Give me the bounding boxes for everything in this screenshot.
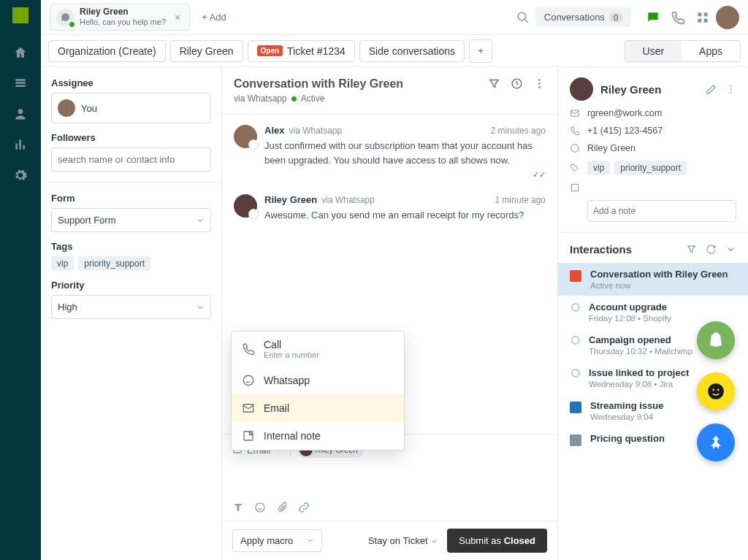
call-icon[interactable] — [671, 10, 685, 25]
stay-label: Stay on Ticket — [368, 535, 428, 546]
svg-point-7 — [538, 83, 540, 84]
delivered-checks-icon: ✓✓ — [533, 170, 546, 180]
svg-rect-4 — [704, 18, 708, 22]
message-item: Alex via Whatsapp 2 minutes ago Just con… — [234, 125, 546, 180]
add-button[interactable]: + Add — [196, 9, 232, 26]
user-avatar[interactable] — [716, 6, 739, 29]
interaction-name: Campaign opened — [589, 334, 692, 345]
conversations-label: Conversations — [544, 12, 605, 23]
brand-logo — [12, 7, 28, 23]
form-select[interactable]: Support Form — [51, 208, 211, 232]
context-panel: Riley Green rgreen@work.com +1 (415) 123… — [558, 67, 748, 560]
whatsapp-icon — [56, 9, 74, 26]
submit-status: Closed — [504, 535, 535, 546]
filter-icon[interactable] — [686, 244, 697, 255]
popup-option-whatsapp[interactable]: Whatsapp — [232, 367, 404, 394]
followers-text-input[interactable] — [58, 154, 205, 165]
svg-rect-2 — [704, 12, 708, 16]
history-icon[interactable] — [511, 77, 523, 90]
interaction-sub: Active now — [590, 281, 728, 290]
svg-point-16 — [730, 91, 732, 93]
segment-apps[interactable]: Apps — [682, 41, 740, 61]
stay-on-ticket-dropdown[interactable]: Stay on Ticket — [368, 535, 438, 546]
chevron-down-icon[interactable] — [725, 244, 736, 255]
note-text-input[interactable] — [593, 206, 730, 216]
popup-option-internal-note[interactable]: Internal note — [232, 422, 404, 450]
tag-chip[interactable]: priority_support — [78, 256, 150, 271]
overflow-icon[interactable] — [725, 84, 736, 95]
svg-point-8 — [538, 86, 540, 88]
followers-label: Followers — [51, 132, 211, 143]
popup-option-email[interactable]: Email — [232, 394, 404, 422]
apply-macro-dropdown[interactable]: Apply macro — [232, 529, 322, 552]
filter-icon[interactable] — [488, 77, 500, 90]
reports-icon[interactable] — [13, 137, 28, 152]
overflow-icon[interactable] — [533, 77, 546, 90]
interaction-sub: Thursday 10:32 • Mailchimp — [589, 347, 692, 356]
submit-button[interactable]: Submit as Closed — [447, 529, 547, 553]
customer-name: Riley Green — [600, 83, 661, 96]
customers-icon[interactable] — [13, 107, 28, 121]
svg-point-18 — [571, 145, 579, 153]
assignee-value: You — [81, 103, 97, 114]
chat-icon[interactable] — [646, 10, 660, 25]
chevron-down-icon — [430, 537, 438, 545]
views-icon[interactable] — [13, 76, 28, 91]
shopify-fab[interactable] — [697, 321, 735, 359]
customer-email[interactable]: rgreen@work.com — [587, 108, 662, 118]
conversations-dropdown[interactable]: Conversations 0 — [535, 7, 631, 27]
emoji-icon[interactable] — [254, 502, 266, 513]
tab-person[interactable]: Riley Green — [170, 40, 243, 62]
link-icon[interactable] — [298, 502, 310, 513]
refresh-icon[interactable] — [706, 244, 717, 255]
message-text: Awesome. Can you send me an email receip… — [264, 208, 546, 223]
tab-ticket[interactable]: Open Ticket #1234 — [248, 40, 355, 62]
interaction-name: Conversation with Riley Green — [590, 269, 728, 280]
tab-ticket-label: Ticket #1234 — [287, 45, 346, 57]
message-via: via Whatsapp — [289, 126, 342, 136]
svg-point-6 — [538, 79, 540, 80]
tag-chip[interactable]: vip — [51, 256, 74, 271]
assignee-label: Assignee — [51, 77, 211, 88]
text-format-icon[interactable] — [232, 502, 244, 513]
add-note-input[interactable] — [587, 200, 736, 222]
submit-prefix: Submit as — [459, 535, 503, 546]
customer-phone[interactable]: +1 (415) 123-4567 — [587, 126, 663, 136]
message-via: via Whatsapp — [321, 195, 375, 205]
search-icon[interactable] — [516, 11, 530, 24]
jira-fab[interactable] — [697, 423, 735, 461]
popup-label: Email — [264, 402, 289, 414]
assignee-field[interactable]: You — [51, 93, 211, 123]
svg-point-9 — [243, 375, 253, 386]
tag-chip[interactable]: vip — [587, 161, 610, 175]
popup-option-call[interactable]: CallEnter a number — [232, 331, 404, 367]
customer-whatsapp[interactable]: Riley Green — [587, 143, 636, 153]
interaction-item[interactable]: Conversation with Riley GreenActive now — [558, 263, 748, 296]
apps-grid-icon[interactable] — [695, 10, 710, 25]
followers-input[interactable] — [51, 147, 211, 172]
chevron-down-icon — [196, 216, 205, 225]
mailchimp-fab[interactable] — [697, 372, 735, 410]
interaction-name: Issue linked to project — [589, 367, 689, 378]
tab-side-conversations[interactable]: Side conversations — [359, 40, 465, 62]
customer-avatar — [570, 77, 593, 101]
edit-icon[interactable] — [706, 84, 717, 95]
message-item: Riley Green via Whatsapp 1 minute ago Aw… — [234, 194, 546, 223]
tab-organization[interactable]: Organization (Create) — [48, 40, 166, 62]
svg-rect-1 — [698, 12, 701, 16]
interaction-sub: Friday 12:08 • Shopify — [589, 314, 671, 323]
event-marker — [571, 303, 580, 312]
priority-select[interactable]: High — [51, 295, 211, 319]
message-avatar — [234, 194, 257, 218]
attachment-icon[interactable] — [276, 502, 288, 513]
conversation-tab-chip[interactable]: Riley Green Hello, can you help me? × — [50, 4, 190, 30]
home-icon[interactable] — [13, 45, 28, 60]
segment-user[interactable]: User — [625, 41, 682, 61]
settings-icon[interactable] — [13, 168, 28, 183]
add-tab-button[interactable]: + — [469, 39, 492, 63]
form-value: Support Form — [58, 215, 115, 226]
popup-label: Internal note — [264, 430, 321, 442]
tag-chip[interactable]: priority_support — [614, 161, 687, 175]
popup-sublabel: Enter a number — [264, 350, 319, 359]
close-tab-icon[interactable]: × — [172, 12, 183, 23]
